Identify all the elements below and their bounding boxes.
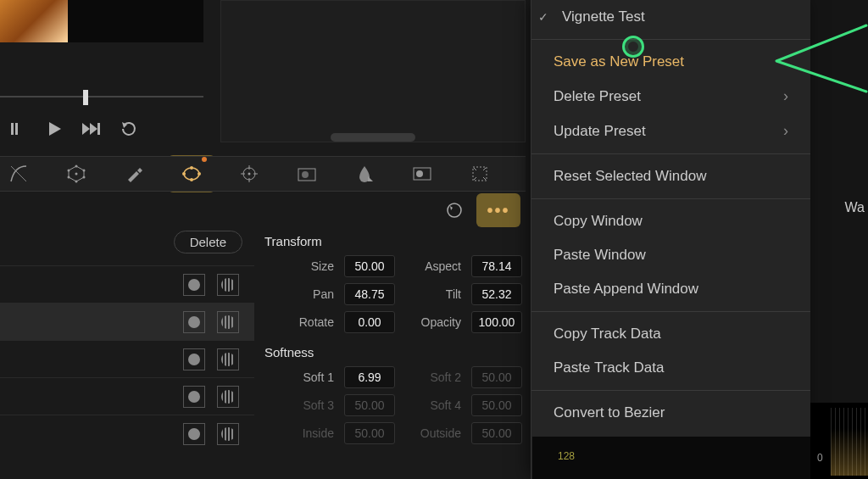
size-label: Size <box>283 259 334 273</box>
scope-zero: 0 <box>817 452 823 464</box>
mask-invert-icon[interactable] <box>217 274 239 296</box>
soft4-input <box>471 394 522 416</box>
timeline-scrubber[interactable] <box>0 88 203 105</box>
svg-rect-5 <box>97 123 100 135</box>
svg-point-16 <box>190 166 193 170</box>
svg-point-19 <box>198 172 201 175</box>
outside-label: Outside <box>410 426 461 440</box>
key-tool-icon[interactable] <box>409 160 436 187</box>
delete-preset[interactable]: Delete Preset› <box>531 79 810 114</box>
svg-point-10 <box>83 170 86 172</box>
svg-point-23 <box>302 171 309 178</box>
svg-point-14 <box>68 170 70 172</box>
size-input[interactable] <box>344 255 395 277</box>
qualifier-picker-icon[interactable] <box>120 160 147 187</box>
mask-invert-icon[interactable] <box>217 348 239 370</box>
svg-point-12 <box>75 181 78 183</box>
soft2-input <box>471 366 522 388</box>
soft3-input <box>344 394 395 416</box>
svg-point-11 <box>83 176 86 179</box>
sizing-tool-icon[interactable] <box>466 160 493 187</box>
window-context-menu: Vignette Test Save as New Preset Delete … <box>531 0 810 479</box>
svg-rect-1 <box>15 123 18 135</box>
svg-rect-0 <box>11 123 14 135</box>
paste-append-window[interactable]: Paste Append Window <box>531 272 810 306</box>
rotate-input[interactable] <box>344 311 395 333</box>
color-warper-icon[interactable] <box>63 160 90 187</box>
mask-mode-icon[interactable] <box>183 348 205 370</box>
window-row[interactable] <box>0 303 254 340</box>
window-row[interactable] <box>0 377 254 415</box>
copy-track-data[interactable]: Copy Track Data <box>531 317 810 351</box>
svg-point-28 <box>448 203 461 217</box>
svg-point-17 <box>190 178 193 181</box>
more-options-button[interactable]: ••• <box>485 197 512 224</box>
pan-input[interactable] <box>344 283 395 305</box>
paste-track-data[interactable]: Paste Track Data <box>531 351 810 385</box>
reset-selected-window[interactable]: Reset Selected Window <box>531 159 810 193</box>
update-preset[interactable]: Update Preset› <box>531 114 810 148</box>
inside-input <box>344 422 395 444</box>
tilt-label: Tilt <box>410 287 461 301</box>
svg-point-18 <box>182 172 186 175</box>
paste-window[interactable]: Paste Window <box>531 238 810 272</box>
reset-button[interactable] <box>441 197 468 224</box>
blur-tool-icon[interactable] <box>351 160 378 187</box>
svg-marker-2 <box>49 122 61 136</box>
svg-marker-24 <box>368 176 373 181</box>
mask-mode-icon[interactable] <box>183 274 205 296</box>
soft1-label: Soft 1 <box>283 370 334 384</box>
window-row[interactable] <box>0 265 254 303</box>
mask-mode-icon[interactable] <box>183 423 205 445</box>
scope-tick: 128 <box>558 450 575 462</box>
save-as-new-preset[interactable]: Save as New Preset <box>531 45 810 79</box>
delete-window-button[interactable]: Delete <box>174 231 242 253</box>
tracker-tool-icon[interactable] <box>236 160 263 187</box>
preview-thumbnail <box>0 0 203 42</box>
curves-tool-icon[interactable] <box>5 160 32 187</box>
chevron-right-icon: › <box>783 122 788 140</box>
svg-point-21 <box>248 173 251 175</box>
magic-mask-tool-icon[interactable] <box>293 160 320 187</box>
prev-frame-button[interactable] <box>3 115 31 142</box>
tilt-input[interactable] <box>471 283 522 305</box>
window-row[interactable] <box>0 415 254 452</box>
outside-input <box>471 422 522 444</box>
copy-window[interactable]: Copy Window <box>531 204 810 238</box>
window-row[interactable] <box>0 340 254 377</box>
right-tool-strip: Wa 0 <box>810 0 868 479</box>
svg-point-15 <box>184 168 199 180</box>
soft3-label: Soft 3 <box>283 398 334 412</box>
svg-marker-4 <box>90 123 97 135</box>
mask-mode-icon[interactable] <box>183 311 205 333</box>
transform-section-title: Transform <box>264 234 527 248</box>
mask-invert-icon[interactable] <box>217 423 239 445</box>
timeline-handle[interactable] <box>83 90 88 105</box>
curve-panel <box>220 0 526 142</box>
mask-mode-icon[interactable] <box>183 386 205 408</box>
soft2-label: Soft 2 <box>410 370 461 384</box>
horizontal-scrollbar[interactable] <box>331 133 415 142</box>
color-page-tool-tabs <box>0 156 526 192</box>
svg-point-9 <box>75 165 78 168</box>
aspect-label: Aspect <box>410 259 461 273</box>
inside-label: Inside <box>283 426 334 440</box>
mask-invert-icon[interactable] <box>217 386 239 408</box>
aspect-input[interactable] <box>471 255 522 277</box>
svg-point-13 <box>68 176 70 179</box>
opacity-input[interactable] <box>471 311 522 333</box>
preset-vignette-test[interactable]: Vignette Test <box>531 0 810 34</box>
play-button[interactable] <box>41 115 68 142</box>
annotation-click-ring <box>622 36 644 58</box>
next-clip-button[interactable] <box>78 115 105 142</box>
power-window-tool-icon[interactable] <box>178 160 205 187</box>
soft4-label: Soft 4 <box>410 398 461 412</box>
mask-invert-icon[interactable] <box>217 311 239 333</box>
convert-to-bezier[interactable]: Convert to Bezier <box>531 396 810 430</box>
opacity-label: Opacity <box>410 315 461 329</box>
svg-marker-3 <box>82 123 90 135</box>
parade-scope-strip: 128 <box>532 437 810 479</box>
loop-button[interactable] <box>115 115 142 142</box>
soft1-input[interactable] <box>344 366 395 388</box>
chevron-right-icon: › <box>783 87 788 105</box>
